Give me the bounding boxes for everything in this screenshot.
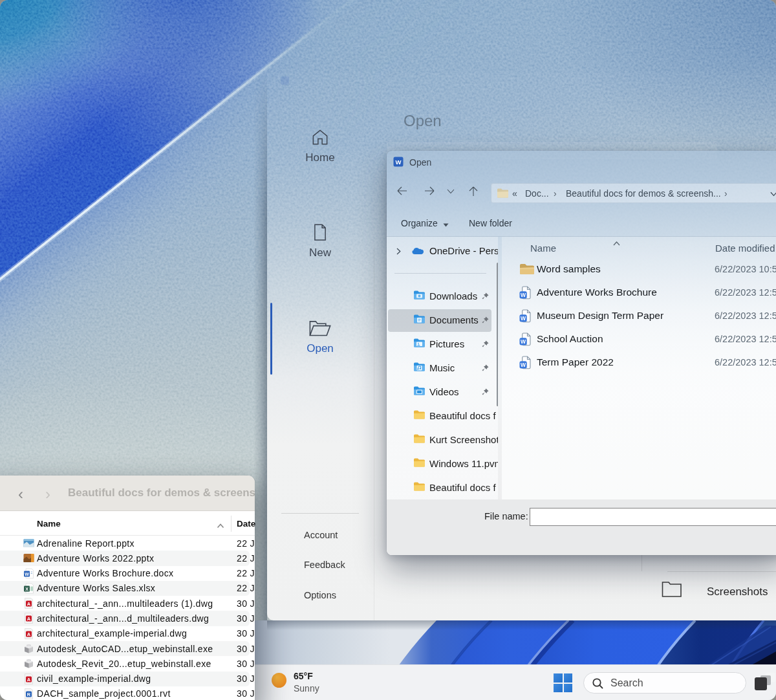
svg-text:W: W — [25, 571, 29, 576]
svg-text:R: R — [27, 691, 31, 697]
svg-text:A: A — [27, 631, 31, 637]
svg-text:A: A — [27, 616, 31, 622]
svg-text:A: A — [27, 601, 31, 607]
svg-text:W: W — [396, 159, 402, 166]
svg-text:W: W — [521, 315, 526, 322]
svg-text:W: W — [521, 292, 526, 298]
svg-text:X: X — [25, 586, 28, 591]
svg-text:W: W — [521, 338, 526, 345]
svg-text:W: W — [521, 362, 526, 368]
svg-text:A: A — [27, 676, 31, 682]
